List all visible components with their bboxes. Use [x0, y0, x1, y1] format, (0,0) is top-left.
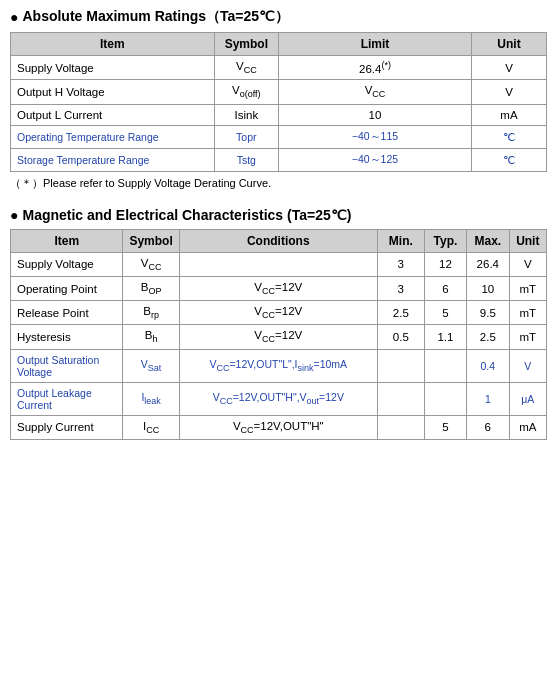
t2-r5-symbol: VSat	[123, 349, 179, 382]
t2-r1-max: 26.4	[467, 252, 510, 276]
t2-r3-min: 2.5	[377, 301, 424, 325]
table-row: Operating Point BOP VCC=12V 3 6 10 mT	[11, 276, 547, 300]
t2-r4-symbol: Bh	[123, 325, 179, 349]
t2-r1-typ: 12	[424, 252, 466, 276]
section1-title: ● Absolute Maximum Ratings（Ta=25℃）	[10, 8, 547, 26]
t2-r7-typ: 5	[424, 415, 466, 439]
t1-r1-limit: 26.4(*)	[278, 56, 471, 80]
bullet2: ●	[10, 207, 18, 223]
t2-r3-symbol: Brp	[123, 301, 179, 325]
t2-h-typ: Typ.	[424, 229, 466, 252]
t1-r4-symbol: Topr	[214, 125, 278, 148]
t2-r6-typ	[424, 382, 466, 415]
t2-h-symbol: Symbol	[123, 229, 179, 252]
t1-h-item: Item	[11, 33, 215, 56]
t2-r3-item: Release Point	[11, 301, 123, 325]
t1-r5-limit: −40～125	[278, 148, 471, 171]
t2-r6-cond: VCC=12V,OUT"H",Vout=12V	[179, 382, 377, 415]
t1-r2-unit: V	[471, 80, 546, 104]
t2-r2-typ: 6	[424, 276, 466, 300]
t1-h-limit: Limit	[278, 33, 471, 56]
t2-r1-symbol: VCC	[123, 252, 179, 276]
footnote1: （＊）Please refer to Supply Voltage Derati…	[10, 176, 547, 191]
t2-r6-symbol: Ileak	[123, 382, 179, 415]
t2-r3-max: 9.5	[467, 301, 510, 325]
t2-h-item: Item	[11, 229, 123, 252]
table1: Item Symbol Limit Unit Supply Voltage VC…	[10, 32, 547, 172]
t1-r1-unit: V	[471, 56, 546, 80]
t2-r5-typ	[424, 349, 466, 382]
t2-r6-unit: μA	[509, 382, 546, 415]
t2-r2-min: 3	[377, 276, 424, 300]
t1-r4-item: Operating Temperature Range	[11, 125, 215, 148]
t2-r4-item: Hysteresis	[11, 325, 123, 349]
section1-title-text: Absolute Maximum Ratings（Ta=25℃）	[22, 8, 289, 26]
t1-h-symbol: Symbol	[214, 33, 278, 56]
t1-r5-unit: ℃	[471, 148, 546, 171]
t2-r2-symbol: BOP	[123, 276, 179, 300]
t2-r7-unit: mA	[509, 415, 546, 439]
t1-r2-limit: VCC	[278, 80, 471, 104]
t2-r3-unit: mT	[509, 301, 546, 325]
t2-r5-item: Output Saturation Voltage	[11, 349, 123, 382]
table-row: Output L Current Isink 10 mA	[11, 104, 547, 125]
table1-header: Item Symbol Limit Unit	[11, 33, 547, 56]
t2-r2-unit: mT	[509, 276, 546, 300]
t1-r3-unit: mA	[471, 104, 546, 125]
t2-r5-max: 0.4	[467, 349, 510, 382]
t1-r4-unit: ℃	[471, 125, 546, 148]
t2-r7-symbol: ICC	[123, 415, 179, 439]
t2-h-conditions: Conditions	[179, 229, 377, 252]
t2-r1-cond	[179, 252, 377, 276]
t2-r7-min	[377, 415, 424, 439]
t2-r6-max: 1	[467, 382, 510, 415]
t2-r7-cond: VCC=12V,OUT"H"	[179, 415, 377, 439]
t2-r2-max: 10	[467, 276, 510, 300]
t1-r5-item: Storage Temperature Range	[11, 148, 215, 171]
table-row: Output H Voltage Vo(off) VCC V	[11, 80, 547, 104]
t2-r2-cond: VCC=12V	[179, 276, 377, 300]
t1-h-unit: Unit	[471, 33, 546, 56]
t2-r5-cond: VCC=12V,OUT"L",Isink=10mA	[179, 349, 377, 382]
t2-r1-unit: V	[509, 252, 546, 276]
t2-r3-typ: 5	[424, 301, 466, 325]
t2-r7-max: 6	[467, 415, 510, 439]
t1-r3-limit: 10	[278, 104, 471, 125]
t1-r1-item: Supply Voltage	[11, 56, 215, 80]
t2-r4-typ: 1.1	[424, 325, 466, 349]
table-row: Release Point Brp VCC=12V 2.5 5 9.5 mT	[11, 301, 547, 325]
section2-title: ● Magnetic and Electrical Characteristic…	[10, 207, 547, 223]
table-row: Hysteresis Bh VCC=12V 0.5 1.1 2.5 mT	[11, 325, 547, 349]
t2-r1-min: 3	[377, 252, 424, 276]
t2-h-unit: Unit	[509, 229, 546, 252]
t1-r4-limit: −40～115	[278, 125, 471, 148]
table-row: Storage Temperature Range Tstg −40～125 ℃	[11, 148, 547, 171]
t2-h-max: Max.	[467, 229, 510, 252]
t2-r2-item: Operating Point	[11, 276, 123, 300]
table-row: Supply Voltage VCC 26.4(*) V	[11, 56, 547, 80]
t2-r4-max: 2.5	[467, 325, 510, 349]
table-row: Supply Voltage VCC 3 12 26.4 V	[11, 252, 547, 276]
t1-r3-item: Output L Current	[11, 104, 215, 125]
t2-r3-cond: VCC=12V	[179, 301, 377, 325]
table2: Item Symbol Conditions Min. Typ. Max. Un…	[10, 229, 547, 440]
t1-r5-symbol: Tstg	[214, 148, 278, 171]
t2-r5-min	[377, 349, 424, 382]
t2-r7-item: Supply Current	[11, 415, 123, 439]
table-row: Operating Temperature Range Topr −40～115…	[11, 125, 547, 148]
t2-r6-min	[377, 382, 424, 415]
t2-r6-item: Output Leakage Current	[11, 382, 123, 415]
t2-h-min: Min.	[377, 229, 424, 252]
t2-r4-cond: VCC=12V	[179, 325, 377, 349]
table-row: Supply Current ICC VCC=12V,OUT"H" 5 6 mA	[11, 415, 547, 439]
t1-r3-symbol: Isink	[214, 104, 278, 125]
table-row: Output Saturation Voltage VSat VCC=12V,O…	[11, 349, 547, 382]
section2-title-text: Magnetic and Electrical Characteristics …	[22, 207, 351, 223]
bullet1: ●	[10, 9, 18, 25]
t2-r4-unit: mT	[509, 325, 546, 349]
t2-r5-unit: V	[509, 349, 546, 382]
t1-r1-symbol: VCC	[214, 56, 278, 80]
table2-header: Item Symbol Conditions Min. Typ. Max. Un…	[11, 229, 547, 252]
table-row: Output Leakage Current Ileak VCC=12V,OUT…	[11, 382, 547, 415]
t2-r4-min: 0.5	[377, 325, 424, 349]
